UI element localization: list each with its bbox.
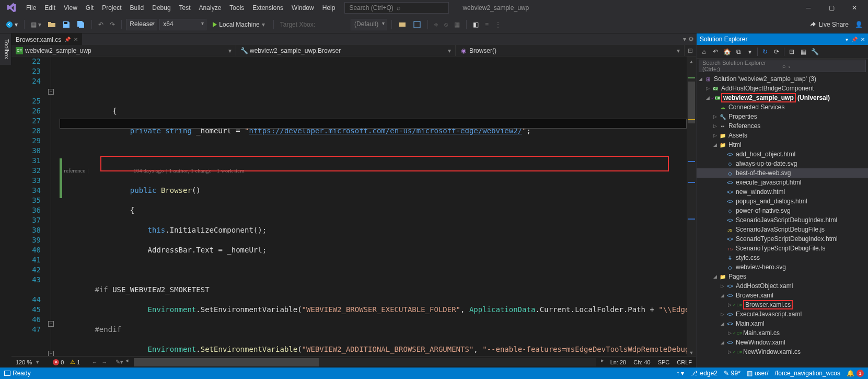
- properties-icon[interactable]: 🔧: [809, 47, 820, 57]
- tab-dropdown-icon[interactable]: ▾: [683, 36, 686, 43]
- bookmark-icon[interactable]: ◧: [471, 18, 481, 31]
- tree-node[interactable]: ◢<>NewWindow.xaml: [697, 338, 868, 347]
- menu-view[interactable]: View: [60, 2, 82, 14]
- new-item-button[interactable]: ▦ ▾: [29, 18, 43, 31]
- default-combo[interactable]: (Default): [351, 19, 387, 30]
- tree-node[interactable]: ▷✓C#Main.xaml.cs: [697, 328, 868, 338]
- switch-view-icon[interactable]: ⧉: [733, 47, 744, 57]
- nav-member[interactable]: ◉ Browser() ▾: [456, 45, 685, 56]
- tree-node[interactable]: TSScenarioTypeScriptDebugFile.ts: [697, 244, 868, 253]
- menu-search[interactable]: Search (Ctrl+Q) ⌕: [344, 2, 449, 14]
- tree-node[interactable]: <>add_host_object.html: [697, 150, 868, 159]
- show-all-icon[interactable]: ▦: [798, 47, 808, 57]
- code-editor[interactable]: 2223242526272829303132333435363738394041…: [11, 56, 696, 356]
- tree-node[interactable]: ▷🔧Properties: [697, 112, 868, 121]
- nav-class[interactable]: 🔧 webview2_sample_uwp.Browser ▾: [236, 45, 456, 56]
- nav-prev-icon[interactable]: ←: [91, 359, 97, 365]
- redo-button[interactable]: ↷: [108, 18, 117, 31]
- tree-node[interactable]: ◇power-of-native.svg: [697, 206, 868, 215]
- panel-title-bar[interactable]: Solution Explorer ▾ 📌 ✕: [697, 33, 868, 45]
- sync-icon[interactable]: ↻: [760, 47, 770, 57]
- menu-debug[interactable]: Debug: [148, 2, 175, 14]
- menu-test[interactable]: Test: [175, 2, 195, 14]
- admin-icon[interactable]: 👤: [853, 18, 865, 31]
- tree-node[interactable]: ☁Connected Services: [697, 102, 868, 112]
- menu-help[interactable]: Help: [318, 2, 340, 14]
- zoom-level[interactable]: 120 %: [11, 359, 36, 365]
- tree-node[interactable]: <>new_window.html: [697, 187, 868, 197]
- tree-node[interactable]: ◇always-up-to-date.svg: [697, 159, 868, 168]
- live-share-button[interactable]: Live Share: [809, 21, 849, 28]
- tb-icon-2[interactable]: [411, 18, 423, 31]
- nav-project[interactable]: C# webview2_sample_uwp ▾: [11, 45, 236, 56]
- pending-changes[interactable]: ✎99*: [724, 370, 740, 377]
- tb-icon-7[interactable]: ⋮: [493, 18, 503, 31]
- tree-node[interactable]: ▷✓C#Browser.xaml.cs: [697, 300, 868, 309]
- split-icon[interactable]: ⊟: [685, 45, 696, 56]
- warnings-button[interactable]: ⚠ 1: [67, 359, 83, 365]
- filter-icon[interactable]: ▾: [745, 47, 755, 57]
- tree-node[interactable]: ▷C#AddHostObjectBridgeComponent: [697, 84, 868, 93]
- refresh-icon[interactable]: ⟳: [771, 47, 782, 57]
- tree-node[interactable]: ◢✓C#webview2_sample_uwp (Universal): [697, 93, 868, 102]
- platform-combo[interactable]: x64: [159, 19, 206, 30]
- menu-window[interactable]: Window: [287, 2, 318, 14]
- tree-node[interactable]: <>execute_javascript.html: [697, 178, 868, 187]
- menu-edit[interactable]: Edit: [40, 2, 60, 14]
- collapse-icon[interactable]: ⊟: [786, 47, 797, 57]
- tb-icon-5[interactable]: ▦: [452, 18, 462, 31]
- tree-node[interactable]: #style.css: [697, 253, 868, 262]
- tree-node[interactable]: ◢<>Main.xaml: [697, 319, 868, 328]
- home-icon[interactable]: ⌂: [699, 47, 709, 57]
- panel-close-icon[interactable]: ✕: [861, 37, 865, 42]
- add-to-source[interactable]: ↑ ▾: [676, 370, 684, 377]
- configuration-combo[interactable]: Release: [126, 19, 157, 30]
- branch-status[interactable]: ⎇edge2: [690, 370, 717, 377]
- panel-pin-icon[interactable]: 📌: [851, 37, 858, 42]
- back-icon[interactable]: ↶: [710, 47, 721, 57]
- pin-icon[interactable]: 📌: [64, 37, 71, 42]
- save-all-button[interactable]: [75, 18, 87, 31]
- nav-back-button[interactable]: ▾: [3, 18, 20, 31]
- tree-node[interactable]: ▷📁Assets: [697, 131, 868, 140]
- target-xbox[interactable]: Target Xbox:: [278, 18, 317, 31]
- menu-file[interactable]: File: [22, 2, 40, 14]
- open-button[interactable]: [45, 18, 58, 31]
- vertical-scrollbar[interactable]: ▴ ▾: [687, 56, 696, 356]
- tb-icon-1[interactable]: [396, 18, 409, 31]
- tree-node[interactable]: ◢⊞Solution 'webview2_sample_uwp' (3): [697, 74, 868, 84]
- tree-node[interactable]: ▷✓C#NewWindow.xaml.cs: [697, 347, 868, 357]
- tab-gear-icon[interactable]: ⚙: [688, 36, 694, 43]
- menu-analyze[interactable]: Analyze: [195, 2, 226, 14]
- tree-node[interactable]: <>ScenarioTypeScriptDebugIndex.html: [697, 234, 868, 244]
- horizontal-scrollbar[interactable]: ◂ ▸: [134, 358, 595, 366]
- solution-search[interactable]: Search Solution Explorer (Ctrl+;) ⌕ ▾: [699, 60, 866, 72]
- tree-node[interactable]: <>ScenarioJavaScriptDebugIndex.html: [697, 215, 868, 225]
- tb-icon-4[interactable]: ⎋: [442, 18, 450, 31]
- tree-node[interactable]: ◇best-of-the-web.svg: [697, 168, 868, 178]
- run-button[interactable]: Local Machine ▾: [209, 20, 269, 29]
- menu-extensions[interactable]: Extensions: [248, 2, 287, 14]
- tree-node[interactable]: ◢📁Pages: [697, 272, 868, 281]
- close-button[interactable]: ✕: [843, 0, 866, 16]
- tab-browser-xaml-cs[interactable]: Browser.xaml.cs 📌 ✕: [11, 33, 82, 45]
- menu-project[interactable]: Project: [98, 2, 125, 14]
- solution-tree[interactable]: ◢⊞Solution 'webview2_sample_uwp' (3)▷C#A…: [697, 73, 868, 367]
- undo-button[interactable]: ↶: [96, 18, 106, 31]
- minimize-button[interactable]: ─: [797, 0, 820, 16]
- user-status[interactable]: ▥user/: [747, 370, 769, 377]
- repo-status[interactable]: /force_navigation_wcos: [775, 370, 840, 377]
- save-button[interactable]: [60, 18, 73, 31]
- tree-node[interactable]: ◢<>Browser.xaml: [697, 291, 868, 300]
- close-tab-icon[interactable]: ✕: [74, 37, 78, 42]
- maximize-button[interactable]: ▢: [820, 0, 843, 16]
- errors-button[interactable]: ✕ 0: [50, 359, 67, 365]
- tree-node[interactable]: ◇webview-hero.svg: [697, 262, 868, 272]
- menu-build[interactable]: Build: [126, 2, 148, 14]
- tree-node[interactable]: ◢📁Html: [697, 140, 868, 150]
- menu-tools[interactable]: Tools: [225, 2, 248, 14]
- tree-node[interactable]: ▷<>ExecuteJavascript.xaml: [697, 309, 868, 319]
- notifications[interactable]: 🔔 1: [847, 370, 864, 377]
- tb-icon-6[interactable]: ≡: [483, 18, 491, 31]
- tree-node[interactable]: ▷<>AddHostObject.xaml: [697, 281, 868, 291]
